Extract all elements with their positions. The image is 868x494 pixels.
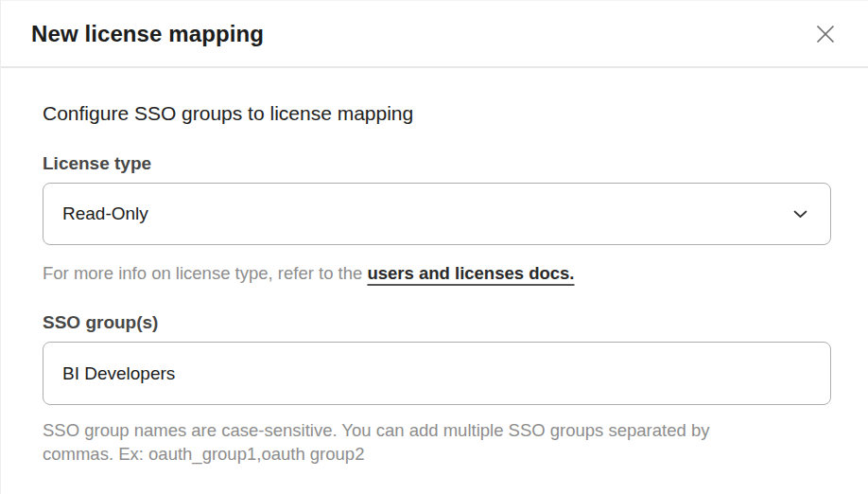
sso-groups-input[interactable] <box>43 342 831 405</box>
sso-groups-label: SSO group(s) <box>43 312 830 333</box>
close-button[interactable] <box>809 18 842 50</box>
sso-groups-field: SSO group(s) SSO group names are case-se… <box>43 312 830 466</box>
license-type-label: License type <box>43 153 830 174</box>
sso-groups-help-text: SSO group names are case-sensitive. You … <box>43 418 742 466</box>
modal-body: Configure SSO groups to license mapping … <box>1 68 868 466</box>
close-icon <box>813 22 838 46</box>
config-heading: Configure SSO groups to license mapping <box>43 102 830 125</box>
modal-title: New license mapping <box>31 21 264 47</box>
new-license-mapping-modal: New license mapping Configure SSO groups… <box>0 0 868 494</box>
license-type-field: License type Read-Only For more info on … <box>43 153 830 285</box>
license-type-help-prefix: For more info on license type, refer to … <box>43 263 367 283</box>
users-licenses-docs-link[interactable]: users and licenses docs. <box>367 263 574 283</box>
license-type-selected-value: Read-Only <box>62 203 148 224</box>
chevron-down-icon <box>793 210 807 219</box>
license-type-select[interactable]: Read-Only <box>43 183 831 245</box>
modal-header: New license mapping <box>1 1 868 68</box>
license-type-help-text: For more info on license type, refer to … <box>43 261 830 285</box>
